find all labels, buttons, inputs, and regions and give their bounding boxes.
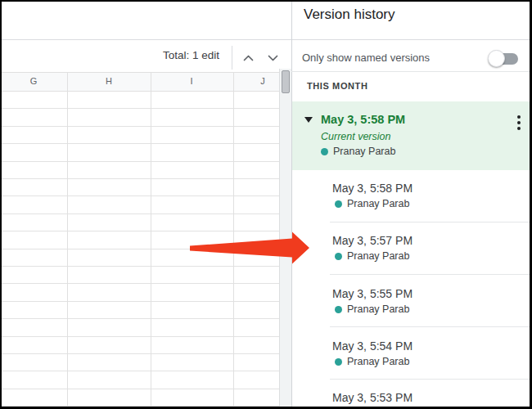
version-divider [330,222,532,222]
kebab-menu-icon[interactable] [516,114,522,132]
panel-section-divider [291,71,532,72]
author-color-dot [321,148,328,155]
author-color-dot [335,253,342,260]
author-name: Pranay Parab [347,356,409,367]
version-row-date[interactable]: May 3, 5:54 PM [332,339,413,353]
author-color-dot [335,358,342,366]
frame-border [0,0,2,409]
frame-border [0,0,532,2]
chevron-down-icon [268,50,278,65]
section-header-this-month: THIS MONTH [307,81,367,91]
panel-left-border [291,0,292,409]
version-divider [330,379,532,380]
chevron-up-icon [243,50,254,65]
red-annotation-arrow [184,227,315,270]
version-row-date[interactable]: May 3, 5:53 PM [332,391,413,404]
version-row-author: Pranay Parab [335,250,409,262]
collapse-arrow-icon[interactable] [304,117,313,123]
author-color-dot [335,200,342,208]
version-row-author: Pranay Parab [335,303,409,315]
current-version-author: Pranay Parab [321,146,395,157]
column-header-h: H [106,76,112,86]
named-versions-toggle[interactable] [488,50,520,68]
version-row-date[interactable]: May 3, 5:55 PM [332,287,413,300]
author-name: Pranay Parab [347,303,409,315]
version-row-author: Pranay Parab [335,356,409,367]
author-name: Pranay Parab [347,250,409,262]
column-header-j: J [260,76,265,86]
column-header-g: G [30,76,38,86]
column-header-row [0,72,279,92]
current-version-badge: Current version [321,131,390,142]
column-header-i: I [190,76,192,86]
author-color-dot [335,306,342,313]
version-divider [330,274,532,275]
panel-title: Version history [304,7,395,23]
version-divider [330,326,532,327]
screenshot-frame: Total: 1 edit G H I J Version history On… [0,0,532,409]
toggle-knob [488,50,505,67]
author-name: Pranay Parab [333,146,395,157]
author-name: Pranay Parab [347,198,409,209]
version-row-author: Pranay Parab [335,198,409,209]
toolbar-top-divider [0,39,532,40]
total-edits-label: Total: 1 edit [115,49,219,61]
grid-column-line [151,72,151,407]
next-edit-button[interactable] [264,50,281,65]
previous-edit-button[interactable] [240,50,256,65]
named-versions-toggle-label: Only show named versions [302,52,430,64]
grid-column-line [67,72,68,407]
version-row-date[interactable]: May 3, 5:58 PM [332,182,413,195]
current-version-date[interactable]: May 3, 5:58 PM [321,113,405,126]
version-row-date[interactable]: May 3, 5:57 PM [332,234,413,247]
scrollbar-thumb[interactable] [282,70,290,93]
toolbar-divider [232,46,232,70]
